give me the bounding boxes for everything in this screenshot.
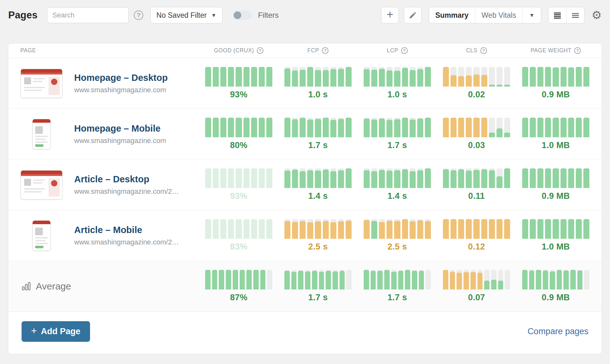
add-page-button[interactable]: + Add Page xyxy=(22,321,90,342)
metric-chart-lcp xyxy=(364,118,431,137)
chart-bar-track xyxy=(530,118,536,137)
chart-bar xyxy=(451,170,457,188)
chart-bar xyxy=(323,70,329,87)
chart-bar-track xyxy=(522,270,528,289)
chart-bar xyxy=(266,219,272,239)
thumbnail-detail xyxy=(24,188,45,190)
chart-bar xyxy=(260,270,266,289)
chart-bar xyxy=(577,270,583,289)
chart-bar xyxy=(259,118,265,137)
view-mode-segmented-control: Summary Web Vitals ▼ xyxy=(429,7,541,23)
thumbnail-detail xyxy=(21,171,62,174)
chart-bar xyxy=(425,67,431,87)
table-row[interactable]: Homepage – Desktopwww.smashingmagazine.c… xyxy=(8,58,602,109)
column-help-icon[interactable]: ? xyxy=(401,47,408,54)
metric-value-good: 93% xyxy=(230,191,248,201)
comfortable-list-view-button[interactable] xyxy=(567,7,584,23)
chart-bar-track xyxy=(568,168,574,188)
page-url: www.smashingmagazine.com xyxy=(74,137,166,145)
chart-bar-track xyxy=(530,168,536,188)
compare-pages-link[interactable]: Compare pages xyxy=(528,327,588,336)
chart-bar xyxy=(379,222,385,239)
chart-bar xyxy=(266,118,272,137)
page-thumbnail[interactable] xyxy=(20,220,63,251)
chart-bar xyxy=(443,67,449,87)
column-header-page: PAGE xyxy=(15,47,199,54)
chart-bar-track xyxy=(364,168,370,188)
metric-value-fcp: 1.7 s xyxy=(308,293,328,302)
chart-bar xyxy=(219,270,224,289)
chart-bar-track xyxy=(402,168,408,188)
chart-bar xyxy=(530,118,536,137)
chart-bar-track xyxy=(312,270,317,289)
chart-bar-track xyxy=(563,270,569,289)
chart-bar-track xyxy=(379,67,385,87)
chart-bar xyxy=(326,271,331,289)
page-title-link[interactable]: Article – Desktop xyxy=(74,174,179,185)
chart-bar xyxy=(384,270,390,289)
filters-toggle[interactable] xyxy=(233,10,252,20)
column-help-icon[interactable]: ? xyxy=(257,47,263,54)
metric-value-cls: 0.03 xyxy=(468,140,485,150)
chart-bar-track xyxy=(205,168,211,188)
chart-bar xyxy=(338,119,344,137)
metric-cell-good: 83% xyxy=(205,219,272,252)
chart-bar-track xyxy=(253,270,259,289)
chart-bar xyxy=(553,68,559,87)
edit-pages-button[interactable] xyxy=(404,7,422,23)
thumbnail-detail xyxy=(35,141,48,143)
saved-filter-dropdown[interactable]: No Saved Filter ▼ xyxy=(150,7,222,23)
chart-bar xyxy=(417,69,423,87)
chart-bar-track xyxy=(226,270,231,289)
add-page-icon-button[interactable]: + xyxy=(381,7,399,23)
chart-bar xyxy=(330,171,336,188)
chart-bar-track xyxy=(576,219,582,239)
column-help-icon[interactable]: ? xyxy=(322,47,328,54)
chart-bar xyxy=(470,272,476,289)
chart-bar xyxy=(315,70,321,87)
metric-chart-lcp xyxy=(364,219,431,239)
chart-bar-track xyxy=(443,118,449,137)
search-input[interactable] xyxy=(47,7,129,23)
chart-bar xyxy=(466,171,472,188)
tab-summary[interactable]: Summary xyxy=(429,7,475,23)
chart-bar-track xyxy=(458,67,464,87)
metric-chart-fcp xyxy=(284,67,352,87)
metric-value-good: 87% xyxy=(230,293,248,302)
chart-bar-track xyxy=(386,67,393,87)
thumbnail-detail xyxy=(51,180,57,186)
chevron-down-icon: ▼ xyxy=(529,13,535,18)
chart-bar-track xyxy=(398,270,404,289)
metric-chart-fcp xyxy=(284,270,352,289)
chart-bar xyxy=(496,85,503,87)
table-row[interactable]: Article – Mobilewww.smashingmagazine.com… xyxy=(8,210,602,261)
dense-list-view-button[interactable] xyxy=(548,7,566,23)
view-mode-dropdown[interactable]: ▼ xyxy=(523,7,541,23)
chart-bar xyxy=(379,119,385,137)
chart-bar xyxy=(251,219,257,239)
column-help-icon[interactable]: ? xyxy=(480,47,487,54)
column-help-icon[interactable]: ? xyxy=(574,47,581,54)
tab-web-vitals[interactable]: Web Vitals xyxy=(475,7,522,23)
table-row[interactable]: Homepage – Mobilewww.smashingmagazine.co… xyxy=(8,109,602,159)
search-help-icon[interactable]: ? xyxy=(134,10,143,20)
chart-bar-track xyxy=(417,219,423,239)
page-title-link[interactable]: Homepage – Desktop xyxy=(74,73,168,83)
filters-toggle-label: Filters xyxy=(258,11,279,20)
chart-bar xyxy=(340,271,345,289)
chart-bar-track xyxy=(576,67,582,87)
chart-bar xyxy=(425,168,431,188)
chart-bar-track xyxy=(561,67,567,87)
page-title-link[interactable]: Homepage – Mobile xyxy=(74,123,166,134)
page-title-link[interactable]: Article – Mobile xyxy=(74,225,179,235)
chart-bar-track xyxy=(464,270,469,289)
page-thumbnail[interactable] xyxy=(20,119,63,149)
settings-gear-icon[interactable]: ⚙ xyxy=(592,10,602,21)
metric-cell-lcp: 1.7 s xyxy=(364,270,431,302)
page-thumbnail[interactable] xyxy=(20,170,63,199)
page-thumbnail[interactable] xyxy=(20,69,63,98)
chart-bar xyxy=(553,168,559,188)
table-row[interactable]: Article – Desktopwww.smashingmagazine.co… xyxy=(8,159,602,210)
chart-bar-track xyxy=(212,270,217,289)
chart-bar-track xyxy=(522,67,528,87)
